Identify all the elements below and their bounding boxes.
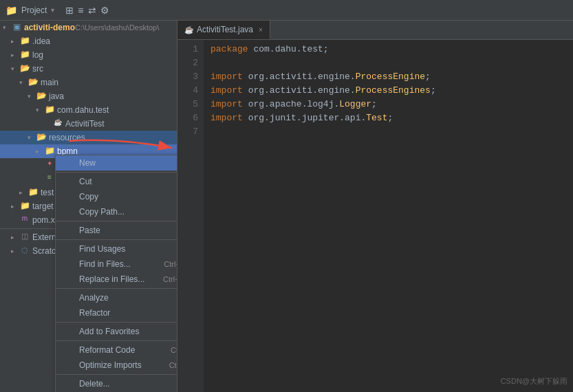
sidebar-item-idea[interactable]: 📁 .idea xyxy=(0,34,177,48)
tab-bar: ☕ ActivitiTest.java × xyxy=(177,21,573,40)
sidebar-item-log[interactable]: 📁 log xyxy=(0,48,177,62)
resources-label: resources xyxy=(49,133,85,142)
cut-label: Cut xyxy=(79,177,169,186)
find-files-shortcut: Ctrl+Shift+F xyxy=(164,260,177,268)
context-menu-delete[interactable]: Delete... Delete xyxy=(56,376,177,391)
idea-arrow xyxy=(11,38,19,45)
context-menu-cut[interactable]: Cut Ctrl+X xyxy=(56,174,177,189)
tab-activiti[interactable]: ☕ ActivitiTest.java × xyxy=(177,21,270,39)
root-label: activiti-demo xyxy=(24,23,75,32)
sidebar: ▣ activiti-demo C:\Users\dashu\Desktop\ … xyxy=(0,21,177,392)
nav-icon-2[interactable]: ≡ xyxy=(78,5,83,16)
replace-label: Replace in Files... xyxy=(79,274,149,284)
sidebar-root[interactable]: ▣ activiti-demo C:\Users\dashu\Desktop\ xyxy=(0,21,177,34)
ctx-div-4 xyxy=(56,288,177,289)
tab-icon: ☕ xyxy=(184,25,194,34)
sidebar-item-resources[interactable]: 📂 resources xyxy=(0,131,177,144)
nav-icon-1[interactable]: ⊞ xyxy=(65,5,74,16)
props-icon: ≡ xyxy=(44,173,55,184)
lib-icon: ◫ xyxy=(19,232,30,243)
log-arrow xyxy=(11,52,19,58)
optimize-label: Optimize Imports xyxy=(79,360,155,370)
folder-icon: 📁 xyxy=(44,105,55,116)
folder-icon: 📁 xyxy=(19,36,30,47)
module-icon: ▣ xyxy=(11,22,22,33)
comdahu-label: com.dahu.test xyxy=(57,105,109,115)
analyze-label: Analyze xyxy=(79,293,177,303)
target-arrow xyxy=(11,203,19,210)
dropdown-icon[interactable]: ▾ xyxy=(51,6,54,14)
delete-label: Delete... xyxy=(79,379,169,389)
context-menu-paste[interactable]: Paste Ctrl+V xyxy=(56,223,177,238)
idea-label: .idea xyxy=(32,36,50,46)
scratch-icon: ◌ xyxy=(19,246,30,257)
target-folder-icon: 📁 xyxy=(19,201,30,212)
src-arrow xyxy=(11,65,19,72)
main-arrow xyxy=(19,79,28,86)
scratches-arrow xyxy=(11,248,19,254)
test-folder-icon: 📁 xyxy=(28,187,39,198)
context-menu-replace[interactable]: Replace in Files... Ctrl+Shift+R xyxy=(56,272,177,287)
code-editor: 1 2 3 4 5 6 7 package com.dahu.test; imp… xyxy=(177,40,573,392)
context-menu-reformat[interactable]: Reformat Code Ctrl+Alt+L xyxy=(56,342,177,358)
code-line-4: import org.activiti.engine.ProcessEngine… xyxy=(210,84,573,98)
sidebar-item-java[interactable]: 📂 java xyxy=(0,89,177,103)
context-menu-copy[interactable]: Copy Ctrl+C xyxy=(56,189,177,204)
sidebar-item-comdahu[interactable]: 📁 com.dahu.test xyxy=(0,103,177,117)
ctx-div-7 xyxy=(56,374,177,375)
context-menu-overlay: New ▸ K Kotlin Class/File 📄 File xyxy=(55,155,177,392)
sidebar-item-activiti[interactable]: ☕ ActivitiTest xyxy=(0,117,177,131)
sidebar-item-src[interactable]: 📂 src xyxy=(0,62,177,76)
sidebar-item-main[interactable]: 📂 main xyxy=(0,76,177,89)
code-content: package com.dahu.test; import org.activi… xyxy=(204,40,573,392)
find-files-label: Find in Files... xyxy=(79,259,150,269)
find-usages-label: Find Usages xyxy=(79,244,169,254)
code-line-5: import org.apache.log4j.Logger; xyxy=(210,98,573,111)
context-menu-optimize[interactable]: Optimize Imports Ctrl+Alt+O xyxy=(56,358,177,373)
resources-arrow xyxy=(28,134,36,141)
context-menu-add-favorites[interactable]: Add to Favorites xyxy=(56,324,177,339)
extlibs-arrow xyxy=(11,234,19,241)
bpmn-arrow xyxy=(36,148,44,155)
main-label: main xyxy=(41,78,58,87)
context-menu-refactor[interactable]: Refactor ▸ xyxy=(56,305,177,320)
code-line-2 xyxy=(210,56,573,70)
title-bar-icons: ⊞ ≡ ⇄ ⚙ xyxy=(65,5,109,16)
test-arrow xyxy=(19,189,28,196)
code-line-7 xyxy=(210,125,573,139)
comdahu-arrow xyxy=(36,107,44,113)
xml-icon: ✦ xyxy=(44,160,55,171)
main-layout: ▣ activiti-demo C:\Users\dashu\Desktop\ … xyxy=(0,21,573,392)
tab-label: ActivitiTest.java xyxy=(197,25,253,34)
tab-close[interactable]: × xyxy=(259,26,263,34)
optimize-shortcut: Ctrl+Alt+O xyxy=(169,361,177,369)
editor-area: ☕ ActivitiTest.java × 1 2 3 4 5 6 7 pack… xyxy=(177,21,573,392)
copy-label: Copy xyxy=(79,192,169,202)
java-label: java xyxy=(49,91,64,101)
test-label: test xyxy=(41,188,54,197)
context-menu: New ▸ K Kotlin Class/File 📄 File xyxy=(55,155,177,392)
ctx-div-6 xyxy=(56,340,177,341)
java-folder-icon: 📂 xyxy=(36,91,47,102)
context-menu-find-usages[interactable]: Find Usages Alt+F7 xyxy=(56,241,177,257)
new-label: New xyxy=(79,158,177,168)
nav-icon-3[interactable]: ⇄ xyxy=(88,5,96,16)
bpmn-folder-icon: 📁 xyxy=(44,146,55,157)
title-bar: 📁 Project ▾ ⊞ ≡ ⇄ ⚙ xyxy=(0,0,573,21)
context-menu-find-files[interactable]: Find in Files... Ctrl+Shift+F xyxy=(56,257,177,272)
watermark: CSDN@大树下躲雨 xyxy=(501,376,567,386)
root-path: C:\Users\dashu\Desktop\ xyxy=(75,23,159,32)
line-numbers: 1 2 3 4 5 6 7 xyxy=(177,40,204,392)
ctx-div-3 xyxy=(56,239,177,240)
java-arrow xyxy=(28,93,36,100)
settings-icon[interactable]: ⚙ xyxy=(100,5,109,16)
context-menu-analyze[interactable]: Analyze ▸ xyxy=(56,290,177,305)
log-label: log xyxy=(32,50,43,60)
pom-icon: m xyxy=(19,215,30,226)
context-menu-new[interactable]: New ▸ K Kotlin Class/File 📄 File xyxy=(56,155,177,171)
target-label: target xyxy=(32,202,54,211)
paste-label: Paste xyxy=(79,226,169,235)
context-menu-copy-path[interactable]: Copy Path... xyxy=(56,204,177,219)
project-icon: 📁 xyxy=(6,5,17,16)
ctx-div-2 xyxy=(56,221,177,221)
